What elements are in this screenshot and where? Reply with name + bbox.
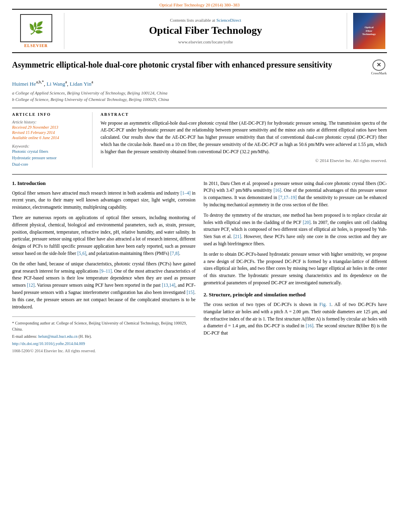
corresponding-author: * Corresponding author at: College of Sc… xyxy=(12,320,195,332)
affiliation-b: b College of Science, Beijing University… xyxy=(12,96,387,103)
ref-16b[interactable]: [16] xyxy=(306,323,313,328)
ref-7-17-19[interactable]: [7,17–19] xyxy=(278,195,296,200)
ref-12[interactable]: [12] xyxy=(27,283,35,288)
ref-21[interactable]: [21] xyxy=(233,234,241,239)
section2-heading: 2. Structure, principle and simulation m… xyxy=(204,292,387,298)
section1-right-para2: To destroy the symmetry of the structure… xyxy=(204,212,387,248)
elsevier-label: ELSEVIER xyxy=(24,43,48,48)
elsevier-logo: 🌿 ELSEVIER xyxy=(20,14,52,48)
author-yin[interactable]: Lidan Yin xyxy=(70,81,91,87)
ref-1-4[interactable]: [1–4] xyxy=(181,191,191,195)
email-address: E-mail address: helun@mail.buct.edu.cn (… xyxy=(12,333,195,339)
crossmark-section: ✕ CrossMark xyxy=(371,60,387,76)
section1-para2: There are numerous reports on applicatio… xyxy=(12,214,195,257)
affiliations-section: a College of Applied Sciences, Beijing U… xyxy=(12,90,387,103)
journal-reference: Optical Fiber Technology 20 (2014) 380–3… xyxy=(0,0,399,9)
history-label: Article history: xyxy=(12,120,86,124)
section1-para3: On the other hand, because of unique cha… xyxy=(12,261,195,311)
keyword-list: Photonic crystal fibers Hydrostatic pres… xyxy=(12,148,86,168)
article-content: Asymmetric elliptical-hole dual-core pho… xyxy=(12,53,387,355)
ref-9-11[interactable]: [9–11] xyxy=(100,269,112,273)
keyword-3: Dual-core xyxy=(12,161,86,168)
article-info-heading: ARTICLE INFO xyxy=(12,112,86,117)
journal-cover-section: OpticalFiberTechnology xyxy=(347,13,387,49)
crossmark-label: CrossMark xyxy=(371,72,387,76)
abstract-column: ABSTRACT We propose an asymmetric ellipt… xyxy=(101,112,387,168)
revised-date: Revised 15 February 2014 xyxy=(12,130,86,135)
received-date: Received 29 November 2013 xyxy=(12,125,86,129)
cover-title-text: OpticalFiberTechnology xyxy=(362,26,376,36)
keywords-section: Keywords: Photonic crystal fibers Hydros… xyxy=(12,144,86,168)
author-huimei[interactable]: Huimei He xyxy=(12,81,36,87)
author-wang[interactable]: Li Wang xyxy=(47,81,65,87)
fig1-link[interactable]: Fig. 1 xyxy=(319,302,331,307)
ref-20[interactable]: [20] xyxy=(303,220,311,225)
affiliation-a: a College of Applied Sciences, Beijing U… xyxy=(12,90,387,97)
doi-link[interactable]: http://dx.doi.org/10.1016/j.yofte.2014.0… xyxy=(12,341,85,346)
journal-url: www.elsevier.com/locate/yofte xyxy=(178,39,233,44)
authors-section: Huimei Hea,b,*, Li Wanga, Lidan Yina xyxy=(12,80,387,87)
footnotes-section: * Corresponding author at: College of Sc… xyxy=(12,316,195,354)
section1-number: 1. xyxy=(12,180,16,186)
section2-number: 2. xyxy=(204,292,208,298)
keywords-label: Keywords: xyxy=(12,144,86,148)
email-link[interactable]: helun@mail.buct.edu.cn xyxy=(38,334,78,339)
article-title-section: Asymmetric elliptical-hole dual-core pho… xyxy=(12,60,387,76)
body-right-column: In 2011, Daru Chen et al. proposed a pre… xyxy=(204,180,387,355)
crossmark-icon: ✕ xyxy=(372,60,385,71)
contents-text: Contents lists available at xyxy=(170,18,215,23)
section2-title: Structure, principle and simulation meth… xyxy=(209,292,306,298)
ref-16[interactable]: [16] xyxy=(274,188,281,193)
article-info-column: ARTICLE INFO Article history: Received 2… xyxy=(12,112,93,168)
section1-right-para1: In 2011, Daru Chen et al. proposed a pre… xyxy=(204,180,387,209)
elsevier-logo-box: 🌿 xyxy=(20,14,52,42)
section1-right-para3: In order to obtain DC-PCFs-based hydrost… xyxy=(204,251,387,287)
science-direct-link[interactable]: ScienceDirect xyxy=(216,18,241,23)
section1-para1: Optical fiber sensors have attracted muc… xyxy=(12,190,195,211)
ref-15[interactable]: [15] xyxy=(187,290,194,295)
keyword-2: Hydrostatic pressure sensor xyxy=(12,155,86,161)
ref-5-6[interactable]: [5,6] xyxy=(77,251,86,256)
journal-title: Optical Fiber Technology xyxy=(149,24,262,37)
body-left-column: 1. Introduction Optical fiber sensors ha… xyxy=(12,180,195,355)
elsevier-logo-section: 🌿 ELSEVIER xyxy=(12,13,64,49)
journal-ref-text: Optical Fiber Technology 20 (2014) 380–3… xyxy=(159,2,240,7)
section1-title: Introduction xyxy=(17,180,46,186)
copyright-text: © 2014 Elsevier Inc. All rights reserved… xyxy=(101,158,387,163)
journal-title-section: Contents lists available at ScienceDirec… xyxy=(64,13,347,49)
journal-header: 🌿 ELSEVIER Contents lists available at S… xyxy=(12,9,387,53)
section1-heading: 1. Introduction xyxy=(12,180,195,187)
article-title-text: Asymmetric elliptical-hole dual-core pho… xyxy=(12,60,371,70)
contents-available-text: Contents lists available at ScienceDirec… xyxy=(170,18,241,23)
info-abstract-section: ARTICLE INFO Article history: Received 2… xyxy=(12,108,387,168)
available-date: Available online 6 June 2014 xyxy=(12,136,86,140)
body-content: 1. Introduction Optical fiber sensors ha… xyxy=(12,174,387,355)
body-two-col: 1. Introduction Optical fiber sensors ha… xyxy=(12,180,387,355)
keyword-1: Photonic crystal fibers xyxy=(12,148,86,155)
doi-text: http://dx.doi.org/10.1016/j.yofte.2014.0… xyxy=(12,341,195,347)
issn-text: 1068-5200/© 2014 Elsevier Inc. All right… xyxy=(12,348,195,354)
journal-cover-image: OpticalFiberTechnology xyxy=(353,13,385,49)
elsevier-tree-icon: 🌿 xyxy=(29,22,43,34)
abstract-text: We propose an asymmetric elliptical-hole… xyxy=(101,120,387,156)
section2-para1: The cross section of two types of DC-PCF… xyxy=(204,301,387,337)
abstract-heading: ABSTRACT xyxy=(101,112,387,117)
ref-13-14[interactable]: [13,14] xyxy=(162,283,175,288)
ref-7-8[interactable]: [7,8] xyxy=(170,251,179,256)
